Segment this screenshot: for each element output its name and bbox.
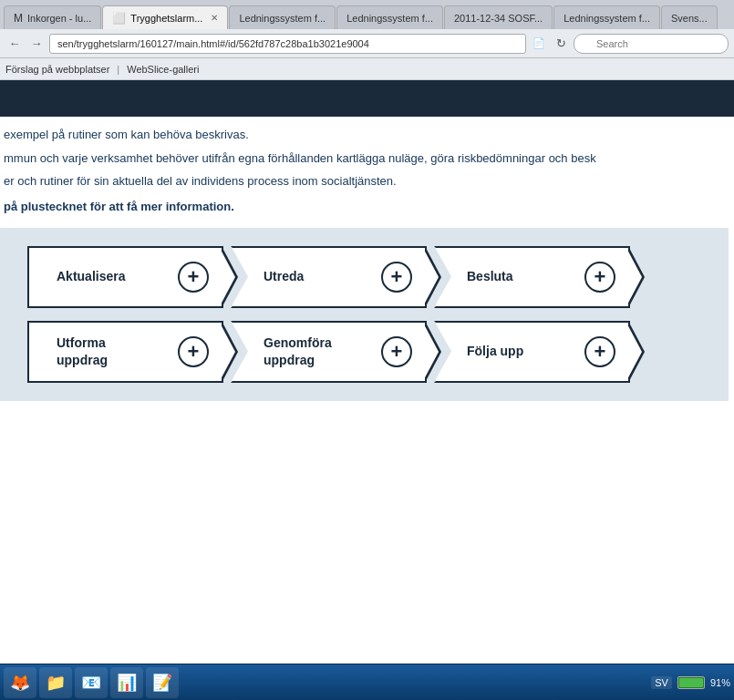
- tab-bar: M Inkorgen - lu... ⬜ Trygghetslarm... ✕ …: [0, 0, 734, 29]
- taskbar-right: SV 91%: [651, 676, 730, 689]
- arrow-label-genomfora: Genomföra uppdrag: [264, 335, 332, 367]
- back-button[interactable]: ←: [5, 35, 24, 53]
- tab-ledning3[interactable]: Ledningssystem f...: [229, 5, 336, 29]
- arrow-label-besluta: Besluta: [467, 268, 513, 284]
- tab-svens[interactable]: Svens...: [661, 5, 718, 29]
- bookmarks-bar: Förslag på webbplatser | WebSlice-galler…: [0, 58, 734, 80]
- plus-btn-utforma[interactable]: +: [178, 336, 209, 367]
- taskbar-outlook[interactable]: 📧: [75, 667, 108, 698]
- flow-row-1: Aktualisera + Utreda +: [27, 246, 701, 308]
- arrow-label-utreda: Utreda: [264, 268, 304, 284]
- flow-item-besluta: Besluta +: [434, 246, 630, 308]
- powerpoint-icon: 📊: [117, 673, 137, 693]
- tab-label4: Ledningssystem f...: [346, 13, 433, 24]
- reader-mode-button[interactable]: 📄: [530, 35, 548, 53]
- text-line-2: mmun och varje verksamhet behöver utifrå…: [4, 149, 725, 168]
- battery-indicator: [677, 676, 705, 689]
- battery-fill: [679, 678, 703, 687]
- tab-ledning4[interactable]: Ledningssystem f...: [336, 5, 443, 29]
- page-body: exempel på rutiner som kan behöva beskri…: [0, 117, 734, 664]
- tab-label: Inkorgen - lu...: [27, 13, 91, 24]
- tab-gmail[interactable]: M Inkorgen - lu...: [4, 5, 101, 29]
- chevron-genomfora[interactable]: Genomföra uppdrag +: [231, 321, 427, 383]
- outlook-icon: 📧: [81, 673, 101, 693]
- taskbar-filemanager[interactable]: 📁: [39, 667, 72, 698]
- plus-btn-genomfora[interactable]: +: [381, 336, 412, 367]
- search-input[interactable]: [574, 34, 729, 54]
- plus-btn-utreda[interactable]: +: [381, 262, 412, 293]
- filemanager-icon: 📁: [46, 673, 66, 693]
- tab-trygghetslarm[interactable]: ⬜ Trygghetslarm... ✕: [102, 5, 228, 29]
- bookmark-webslice[interactable]: WebSlice-galleri: [127, 64, 199, 75]
- tab-close-btn[interactable]: ✕: [211, 13, 218, 23]
- chevron-folja[interactable]: Följa upp +: [434, 321, 630, 383]
- tab-label-active: Trygghetslarm...: [130, 13, 202, 24]
- flow-item-utreda: Utreda +: [231, 246, 427, 308]
- arrow-label-aktualisera: Aktualisera: [57, 268, 125, 284]
- flow-item-genomfora: Genomföra uppdrag +: [231, 321, 427, 383]
- text-line-1: exempel på rutiner som kan behöva beskri…: [4, 126, 725, 144]
- word-icon: 📝: [152, 673, 172, 693]
- flow-item-aktualisera: Aktualisera +: [27, 246, 223, 308]
- tab-label3: Ledningssystem f...: [239, 13, 326, 24]
- url-input[interactable]: [49, 34, 526, 54]
- arrow-label-folja: Följa upp: [467, 343, 523, 359]
- search-wrap: 🔍: [574, 34, 729, 54]
- chevron-besluta[interactable]: Besluta +: [434, 246, 630, 308]
- plus-btn-folja[interactable]: +: [584, 336, 615, 367]
- tab-ledning6[interactable]: Ledningssystem f...: [553, 5, 660, 29]
- forward-button[interactable]: →: [27, 35, 46, 53]
- language-badge: SV: [651, 676, 672, 689]
- bold-instruction: på plustecknet för att få mer informatio…: [4, 200, 725, 213]
- taskbar-powerpoint[interactable]: 📊: [110, 667, 143, 698]
- address-bar: ← → 📄 ↻ 🔍: [0, 29, 734, 58]
- text-line-2-cont: er och rutiner för sin aktuella del av i…: [4, 172, 725, 190]
- chevron-utforma[interactable]: Utforma uppdrag +: [27, 321, 223, 383]
- tab-label6: Ledningssystem f...: [563, 13, 650, 24]
- tab-label5: 2011-12-34 SOSF...: [454, 13, 543, 24]
- chevron-aktualisera[interactable]: Aktualisera +: [27, 246, 223, 308]
- tab-label7: Svens...: [671, 13, 708, 24]
- tab-sosf[interactable]: 2011-12-34 SOSF...: [444, 5, 553, 29]
- taskbar-word[interactable]: 📝: [146, 667, 179, 698]
- plus-btn-aktualisera[interactable]: +: [178, 262, 209, 293]
- arrow-label-utforma: Utforma uppdrag: [57, 335, 108, 367]
- plus-btn-besluta[interactable]: +: [584, 262, 615, 293]
- battery-pct-label: 91%: [710, 677, 730, 688]
- flow-row-2: Utforma uppdrag + Genomföra uppdrag +: [27, 321, 701, 383]
- flow-item-folja: Följa upp +: [434, 321, 630, 383]
- bookmark-separator: |: [117, 64, 119, 75]
- chevron-utreda[interactable]: Utreda +: [231, 246, 427, 308]
- browser-frame: M Inkorgen - lu... ⬜ Trygghetslarm... ✕ …: [0, 0, 734, 700]
- flow-item-utforma: Utforma uppdrag +: [27, 321, 223, 383]
- refresh-button[interactable]: ↻: [552, 35, 570, 53]
- dark-header: [0, 80, 734, 117]
- taskbar-firefox[interactable]: 🦊: [4, 667, 36, 698]
- bookmark-forslag[interactable]: Förslag på webbplatser: [5, 64, 109, 75]
- taskbar: 🦊 📁 📧 📊 📝 SV 91%: [0, 664, 734, 700]
- flow-diagram: Aktualisera + Utreda +: [0, 228, 729, 401]
- firefox-icon: 🦊: [10, 673, 30, 693]
- content-area: exempel på rutiner som kan behöva beskri…: [0, 80, 734, 664]
